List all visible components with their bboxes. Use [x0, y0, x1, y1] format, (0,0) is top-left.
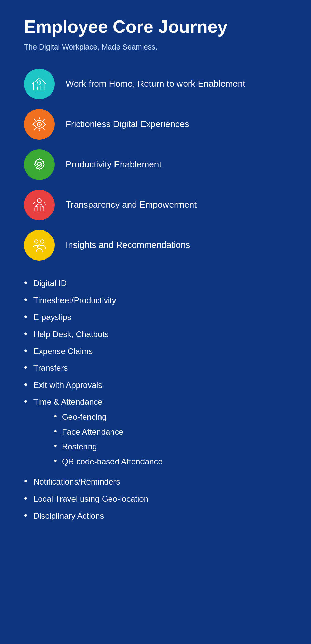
eye-settings-icon: [31, 116, 48, 132]
sub-bullet-dot: •: [54, 426, 57, 436]
home-icon: [31, 76, 48, 92]
list-item-exit: • Exit with Approvals: [24, 379, 287, 391]
people-chart-icon: [31, 237, 48, 253]
frictionless-label: Frictionless Digital Experiences: [66, 118, 189, 130]
journey-items-container: Work from Home, Return to work Enablemen…: [24, 69, 287, 261]
bullet-dot: •: [24, 476, 27, 487]
page-title: Employee Core Journey: [24, 17, 287, 37]
transparency-label: Transparency and Empowerment: [66, 199, 197, 211]
productivity-icon-circle: [24, 149, 55, 180]
sub-list-item-geofencing: • Geo-fencing: [54, 411, 163, 423]
journey-item-insights: Insights and Recommendations: [24, 230, 287, 261]
sub-list-item-qr-attendance: • QR code-based Attendance: [54, 456, 163, 467]
svg-rect-1: [38, 87, 41, 90]
bullet-dot: •: [24, 346, 27, 356]
bullet-dot: •: [24, 362, 27, 373]
hands-up-icon: [31, 197, 48, 213]
list-item-expense: • Expense Claims: [24, 346, 287, 357]
list-item-timesheet: • Timesheet/Productivity: [24, 295, 287, 306]
wfh-icon-circle: [24, 69, 55, 99]
list-item-helpdesk: • Help Desk, Chatbots: [24, 328, 287, 340]
svg-point-3: [39, 124, 40, 125]
list-item-digital-id: • Digital ID: [24, 278, 287, 289]
svg-point-6: [35, 240, 38, 243]
bullet-dot: •: [24, 379, 27, 390]
insights-label: Insights and Recommendations: [66, 239, 190, 251]
sub-list-item-face-attendance: • Face Attendance: [54, 426, 163, 438]
bullet-dot: •: [24, 396, 27, 407]
svg-point-7: [41, 240, 44, 243]
insights-icon-circle: [24, 230, 55, 261]
bullet-dot: •: [24, 328, 27, 339]
journey-item-frictionless: Frictionless Digital Experiences: [24, 109, 287, 140]
time-attendance-sub-list: • Geo-fencing • Face Attendance • Roster…: [54, 411, 163, 467]
sub-bullet-dot: •: [54, 456, 57, 466]
svg-point-8: [38, 245, 41, 249]
gear-check-icon: [31, 156, 48, 173]
journey-item-transparency: Transparency and Empowerment: [24, 190, 287, 220]
journey-item-productivity: Productivity Enablement: [24, 149, 287, 180]
journey-item-wfh: Work from Home, Return to work Enablemen…: [24, 69, 287, 99]
sub-list-item-rostering: • Rostering: [54, 441, 163, 452]
bullet-dot: •: [24, 493, 27, 504]
transparency-icon-circle: [24, 190, 55, 220]
sub-bullet-dot: •: [54, 411, 57, 421]
frictionless-icon-circle: [24, 109, 55, 140]
bullet-dot: •: [24, 278, 27, 288]
bullet-dot: •: [24, 295, 27, 305]
list-item-local-travel: • Local Travel using Geo-location: [24, 493, 287, 505]
list-item-disciplinary: • Disciplinary Actions: [24, 510, 287, 522]
page-subtitle: The Digital Workplace, Made Seamless.: [24, 43, 287, 52]
list-item-notifications: • Notifications/Reminders: [24, 476, 287, 488]
sub-bullet-dot: •: [54, 441, 57, 451]
feature-list: • Digital ID • Timesheet/Productivity • …: [24, 278, 287, 521]
list-item-time-attendance: • Time & Attendance • Geo-fencing • Face…: [24, 396, 287, 471]
wfh-label: Work from Home, Return to work Enablemen…: [66, 78, 245, 90]
list-item-transfers: • Transfers: [24, 362, 287, 374]
productivity-label: Productivity Enablement: [66, 159, 161, 170]
bullet-dot: •: [24, 311, 27, 322]
list-item-epayslips: • E-payslips: [24, 311, 287, 323]
bullet-dot: •: [24, 510, 27, 521]
svg-point-5: [37, 199, 41, 203]
